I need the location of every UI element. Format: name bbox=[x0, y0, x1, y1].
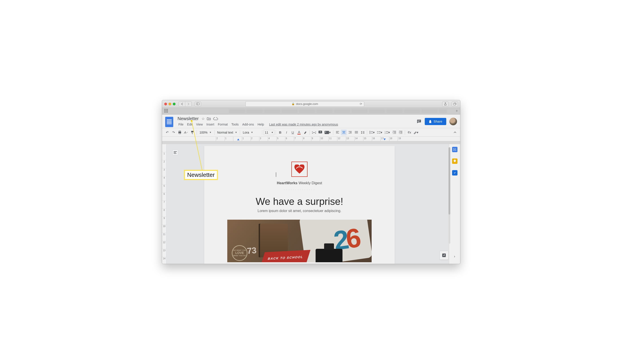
apps-grid-icon[interactable] bbox=[164, 109, 169, 113]
new-tab-button[interactable]: + bbox=[453, 109, 460, 113]
comments-icon[interactable] bbox=[416, 119, 422, 124]
insert-comment-button[interactable]: + bbox=[317, 130, 323, 135]
vertical-ruler[interactable]: 1234567891011121314 bbox=[162, 144, 167, 264]
align-center-button[interactable] bbox=[341, 130, 347, 135]
svg-rect-12 bbox=[369, 131, 370, 132]
paragraph-style-select[interactable]: Normal text▼ bbox=[216, 131, 238, 134]
svg-rect-3 bbox=[453, 103, 456, 105]
url-text: docs.google.com bbox=[296, 102, 318, 105]
lock-icon: 🔒 bbox=[292, 103, 295, 105]
menu-addons[interactable]: Add-ons bbox=[241, 122, 256, 127]
minimize-window-icon[interactable] bbox=[169, 103, 171, 105]
horizontal-ruler[interactable]: 2112345678910111213141516171819 bbox=[162, 137, 460, 141]
headline: We have a surprise! bbox=[218, 196, 381, 207]
collapse-toolbar-button[interactable] bbox=[452, 130, 458, 135]
increase-indent-button[interactable] bbox=[398, 130, 403, 135]
close-window-icon[interactable] bbox=[164, 103, 167, 105]
safari-titlebar: 🔒 docs.google.com ⟳ bbox=[162, 100, 460, 108]
underline-button[interactable]: U bbox=[290, 130, 296, 135]
text-color-button[interactable]: A bbox=[296, 130, 302, 135]
menu-file[interactable]: File bbox=[177, 122, 185, 127]
align-right-button[interactable] bbox=[347, 130, 353, 135]
redo-button[interactable]: ↷ bbox=[171, 130, 176, 135]
hero-image: 26 BACK TO SCHOOL 73 DO WHAT YOULOVEWHAT… bbox=[227, 220, 372, 262]
numbered-list-button[interactable]: 12▾ bbox=[384, 130, 391, 135]
back-button[interactable] bbox=[179, 102, 185, 106]
text-cursor bbox=[276, 172, 276, 177]
svg-rect-4 bbox=[417, 121, 420, 121]
indent-marker-left[interactable] bbox=[237, 138, 239, 140]
forward-button[interactable] bbox=[185, 102, 191, 106]
safari-window: 🔒 docs.google.com ⟳ + Newsletter ☆ bbox=[162, 100, 460, 264]
svg-rect-5 bbox=[417, 121, 419, 122]
menu-bar: File Edit View Insert Format Tools Add-o… bbox=[177, 122, 416, 127]
undo-button[interactable]: ↶ bbox=[164, 130, 170, 135]
hide-sidepanel-button[interactable]: › bbox=[452, 254, 457, 259]
font-family-select[interactable]: Lora▼ bbox=[241, 131, 261, 134]
docs-header: Newsletter ☆ File Edit View Insert Forma… bbox=[162, 115, 460, 128]
menu-help[interactable]: Help bbox=[256, 122, 266, 127]
docs-logo-icon[interactable] bbox=[165, 117, 173, 127]
align-justify-button[interactable] bbox=[353, 130, 359, 135]
insert-image-button[interactable]: ▾ bbox=[324, 130, 332, 135]
align-left-button[interactable] bbox=[335, 130, 340, 135]
window-controls[interactable] bbox=[164, 103, 176, 105]
calendar-addon-icon[interactable]: 31 bbox=[452, 147, 457, 152]
italic-button[interactable]: I bbox=[284, 130, 289, 135]
keep-addon-icon[interactable] bbox=[452, 158, 457, 164]
clear-formatting-button[interactable]: Tx bbox=[406, 130, 412, 135]
vertical-scrollbar[interactable] bbox=[448, 147, 450, 244]
print-button[interactable] bbox=[177, 130, 183, 135]
lock-icon bbox=[429, 120, 432, 123]
spellcheck-button[interactable]: A✓ bbox=[183, 130, 189, 135]
share-sheet-button[interactable] bbox=[442, 102, 448, 106]
svg-rect-0 bbox=[197, 103, 200, 105]
menu-insert[interactable]: Insert bbox=[205, 122, 216, 127]
document-page[interactable]: HeartWorks Weekly Digest · · · · · · · ·… bbox=[204, 146, 395, 264]
sidebar-toggle-button[interactable] bbox=[195, 102, 201, 106]
decrease-indent-button[interactable] bbox=[391, 130, 397, 135]
last-edit-link[interactable]: Last edit was made 2 minutes ago by anon… bbox=[269, 123, 338, 126]
svg-rect-8 bbox=[179, 133, 181, 134]
share-button[interactable]: Share bbox=[425, 118, 446, 125]
canvas-area: 1234567891011121314 HeartWorks Weekly Di… bbox=[162, 144, 449, 264]
star-icon[interactable]: ☆ bbox=[202, 117, 205, 121]
menu-tools[interactable]: Tools bbox=[230, 122, 240, 127]
svg-text:2: 2 bbox=[385, 132, 386, 134]
reload-icon[interactable]: ⟳ bbox=[360, 102, 362, 105]
subheadline: Lorem ipsum dolor sit amet, consectetuer… bbox=[218, 209, 381, 213]
menu-view[interactable]: View bbox=[195, 122, 205, 127]
svg-text:+: + bbox=[320, 131, 321, 133]
font-size-input[interactable]: 11▼ bbox=[263, 130, 274, 135]
insert-link-button[interactable] bbox=[311, 130, 317, 135]
account-avatar[interactable] bbox=[449, 118, 457, 125]
editing-mode-button[interactable]: ▾ bbox=[413, 130, 419, 135]
document-outline-toggle[interactable] bbox=[172, 150, 178, 155]
svg-rect-13 bbox=[369, 133, 370, 133]
bookmark-tabstrip: + bbox=[162, 108, 460, 115]
svg-text:1: 1 bbox=[385, 131, 386, 132]
svg-rect-9 bbox=[191, 131, 193, 132]
brand-logo-icon bbox=[291, 162, 308, 177]
menu-format[interactable]: Format bbox=[216, 122, 229, 127]
doc-title-input[interactable]: Newsletter bbox=[177, 116, 199, 122]
fullscreen-window-icon[interactable] bbox=[173, 103, 176, 105]
screenshot-stage: 🔒 docs.google.com ⟳ + Newsletter ☆ bbox=[148, 91, 476, 273]
explore-button[interactable] bbox=[440, 251, 448, 260]
bulleted-list-button[interactable]: ▾ bbox=[376, 130, 383, 135]
address-bar[interactable]: 🔒 docs.google.com ⟳ bbox=[245, 101, 364, 107]
side-panel: 31 bbox=[449, 144, 460, 264]
obscured-tab-labels bbox=[229, 109, 447, 113]
tasks-addon-icon[interactable] bbox=[452, 170, 457, 176]
highlight-color-button[interactable] bbox=[302, 130, 308, 135]
zoom-select[interactable]: 100%▼ bbox=[198, 131, 213, 134]
tabs-overview-button[interactable] bbox=[452, 102, 458, 106]
bold-button[interactable]: B bbox=[277, 130, 283, 135]
nav-back-forward bbox=[179, 101, 192, 107]
cloud-saved-icon[interactable] bbox=[213, 117, 218, 120]
move-folder-icon[interactable] bbox=[207, 117, 211, 120]
svg-rect-7 bbox=[179, 131, 181, 132]
line-spacing-button[interactable] bbox=[360, 130, 365, 135]
indent-marker-right[interactable] bbox=[384, 138, 386, 140]
checklist-button[interactable]: ▾ bbox=[368, 130, 376, 135]
